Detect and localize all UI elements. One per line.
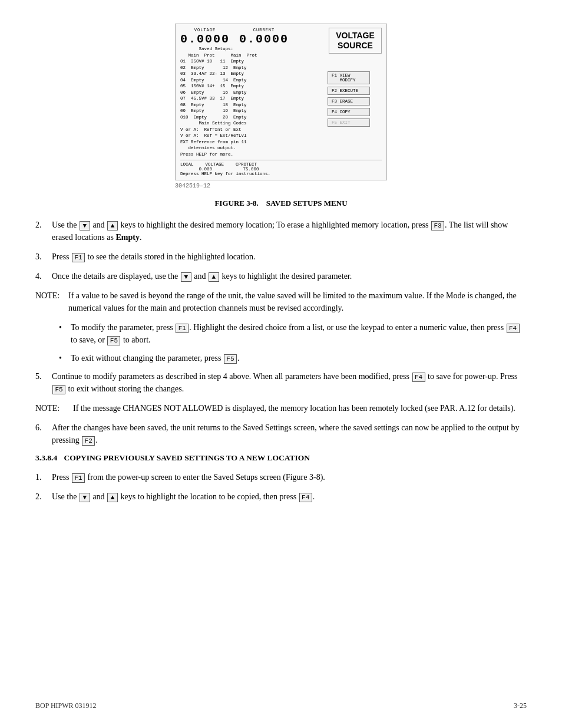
bullet-dot-1: •	[59, 321, 71, 346]
empty-bold: Empty	[115, 233, 139, 242]
source-label: VOLTAGESOURCE	[329, 28, 382, 54]
figure-container: VOLTAGE 0.0000 CURRENT 0.0000 Saved Setu…	[35, 24, 527, 189]
note-block-1: NOTE: If a value to be saved is beyond t…	[35, 289, 527, 314]
list-item-5: 5. Continue to modify parameters as desc…	[35, 370, 527, 395]
bullet-item-1: • To modify the parameter, press F1. Hig…	[59, 321, 527, 346]
section-item-content-2: Use the ▼ and ▲ keys to highlight the lo…	[52, 490, 527, 503]
bullet-dot-2: •	[59, 352, 71, 364]
figure-caption: FIGURE 3-8. SAVED SETUPS MENU	[35, 199, 527, 208]
down-arrow-key-s2: ▼	[80, 493, 90, 502]
note-label-2: NOTE:	[35, 402, 68, 414]
f1-key-badge-s1: F1	[72, 473, 85, 483]
note-block-2: NOTE: If the message CHANGES NOT ALLOWED…	[35, 402, 527, 414]
f4-key-badge-s2: F4	[299, 493, 312, 502]
status-protect: CPROTECT	[236, 162, 257, 167]
up-arrow-key-4: ▲	[209, 272, 219, 282]
f5-key-badge-b1: F5	[107, 336, 120, 345]
bullet-item-2: • To exit without changing the parameter…	[59, 352, 527, 364]
item-content-6: After the changes have been saved, the u…	[52, 421, 527, 446]
bullet-content-2: To exit without changing the parameter, …	[71, 352, 527, 364]
item-number-3: 3.	[35, 251, 52, 263]
list-item-2: 2. Use the ▼ and ▲ keys to highlight the…	[35, 219, 527, 243]
list-item-3: 3. Press F1 to see the details stored in…	[35, 251, 527, 263]
note-label-1: NOTE:	[35, 289, 68, 314]
f5-key-badge-5: F5	[52, 385, 65, 394]
section-heading-3384: 3.3.8.4 COPYING PREVIOUSLY SAVED SETTING…	[35, 453, 527, 463]
f2-key-badge-6: F2	[82, 436, 95, 446]
status-protect-val: 75.000	[230, 167, 259, 172]
footer-right: 3-25	[514, 701, 527, 710]
note-content-2: If the message CHANGES NOT ALLOWED is di…	[73, 402, 527, 414]
f3-key-badge: F3	[431, 221, 444, 230]
current-reading: CURRENT 0.0000	[239, 28, 289, 46]
item-content-2: Use the ▼ and ▲ keys to highlight the de…	[52, 219, 527, 243]
section-item-number-1: 1.	[35, 471, 52, 483]
f1-key-badge-3: F1	[72, 253, 85, 262]
voltage-label: VOLTAGE	[194, 28, 216, 32]
section-title-3384: COPYING PREVIOUSLY SAVED SETTINGS TO A N…	[64, 453, 310, 462]
figure-number: 3042519–12	[175, 183, 387, 189]
f1-view-button[interactable]: F1 VIEW MODIFY	[328, 71, 370, 84]
section-item-number-2: 2.	[35, 490, 52, 503]
down-arrow-key: ▼	[80, 221, 90, 230]
voltage-reading: VOLTAGE 0.0000	[180, 28, 230, 46]
status-bar: LOCAL VOLTAGE CPROTECT	[180, 160, 382, 167]
down-arrow-key-4: ▼	[181, 272, 191, 282]
current-label: CURRENT	[253, 28, 275, 32]
instrument-screen: VOLTAGE 0.0000 CURRENT 0.0000 Saved Setu…	[175, 24, 387, 180]
section-item-content-1: Press F1 from the power-up screen to ent…	[52, 471, 527, 483]
up-arrow-key: ▲	[107, 221, 118, 230]
f5-exit-button[interactable]: F5 EXIT	[328, 118, 370, 127]
bullet-content-1: To modify the parameter, press F1. Highl…	[71, 321, 527, 346]
status-mode: LOCAL	[180, 162, 194, 167]
f2-execute-button[interactable]: F2 EXECUTE	[328, 87, 370, 95]
section-number-3384: 3.3.8.4	[35, 453, 57, 462]
up-arrow-key-s2: ▲	[107, 493, 118, 502]
list-item-4: 4. Once the details are displayed, use t…	[35, 270, 527, 282]
footer-left: BOP HIPWR 031912	[35, 701, 97, 710]
current-value: 0.0000	[239, 32, 289, 46]
f1-key-badge-b1: F1	[176, 324, 189, 333]
instrument-figure: VOLTAGE 0.0000 CURRENT 0.0000 Saved Setu…	[175, 24, 387, 180]
section-list-item-2: 2. Use the ▼ and ▲ keys to highlight the…	[35, 490, 527, 503]
item-number-4: 4.	[35, 270, 52, 282]
voltage-value: 0.0000	[180, 32, 230, 46]
item-number-5: 5.	[35, 370, 52, 395]
f4-copy-button[interactable]: F4 COPY	[328, 108, 370, 116]
screen-footer-text: Depress HELP key for instructions.	[180, 172, 382, 176]
item-content-5: Continue to modify parameters as describ…	[52, 370, 527, 395]
f4-key-badge-5: F4	[412, 373, 425, 382]
function-buttons: F1 VIEW MODIFY F2 EXECUTE F3 ERASE F4 CO…	[328, 71, 370, 127]
status-voltage-val: 0.000	[180, 167, 212, 172]
f5-key-badge-b2: F5	[224, 354, 237, 364]
note-content-1: If a value to be saved is beyond the ran…	[68, 289, 527, 314]
f3-erase-button[interactable]: F3 ERASE	[328, 97, 370, 106]
item-content-3: Press F1 to see the details stored in th…	[52, 251, 527, 263]
f4-key-badge-b1: F4	[507, 324, 520, 333]
list-item-6: 6. After the changes have been saved, th…	[35, 421, 527, 446]
section-list-item-1: 1. Press F1 from the power-up screen to …	[35, 471, 527, 483]
page-footer: BOP HIPWR 031912 3-25	[35, 701, 527, 710]
item-number-6: 6.	[35, 421, 52, 446]
item-number-2: 2.	[35, 219, 52, 243]
item-content-4: Once the details are displayed, use the …	[52, 270, 527, 282]
status-type: VOLTAGE	[206, 162, 224, 167]
content-section: 2. Use the ▼ and ▲ keys to highlight the…	[35, 219, 527, 503]
status-values: 0.000 75.000	[180, 167, 382, 172]
menu-content: Saved Setups: Main Prot Main Prot 01 350…	[180, 46, 319, 157]
